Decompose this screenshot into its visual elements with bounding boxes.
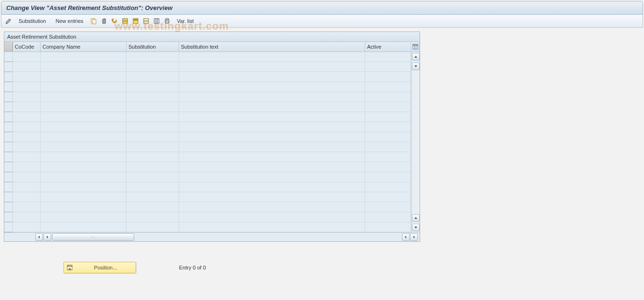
table-row[interactable]: [4, 92, 411, 102]
cell-active[interactable]: [365, 162, 411, 172]
cell-substitution-text[interactable]: [179, 182, 365, 192]
row-selector[interactable]: [4, 102, 13, 112]
table-row[interactable]: [4, 122, 411, 132]
cell-cocode[interactable]: [13, 212, 41, 222]
cell-substitution-text[interactable]: [179, 162, 365, 172]
cell-substitution-text[interactable]: [179, 172, 365, 182]
select-all-icon[interactable]: [121, 17, 129, 25]
cell-substitution[interactable]: [127, 132, 179, 142]
cell-substitution[interactable]: [127, 212, 179, 222]
cell-company-name[interactable]: [41, 52, 127, 62]
row-selector[interactable]: [4, 162, 13, 172]
cell-substitution-text[interactable]: [179, 152, 365, 162]
cell-company-name[interactable]: [41, 222, 127, 232]
cell-cocode[interactable]: [13, 52, 41, 62]
cell-cocode[interactable]: [13, 132, 41, 142]
row-selector[interactable]: [4, 72, 13, 82]
cell-substitution-text[interactable]: [179, 72, 365, 82]
hscroll-thumb[interactable]: :::: [52, 233, 134, 241]
display-change-toggle-icon[interactable]: [4, 17, 13, 25]
cell-company-name[interactable]: [41, 142, 127, 152]
copy-icon[interactable]: [89, 17, 98, 25]
cell-active[interactable]: [365, 222, 411, 232]
configure-columns-icon[interactable]: [152, 17, 161, 25]
cell-active[interactable]: [365, 92, 411, 102]
cell-substitution[interactable]: [127, 172, 179, 182]
row-selector[interactable]: [4, 142, 13, 152]
cell-cocode[interactable]: [13, 102, 41, 112]
cell-company-name[interactable]: [41, 62, 127, 72]
cell-company-name[interactable]: [41, 72, 127, 82]
cell-substitution[interactable]: [127, 162, 179, 172]
table-row[interactable]: [4, 172, 411, 182]
var-list-button[interactable]: Var. list: [173, 18, 198, 24]
table-row[interactable]: [4, 112, 411, 122]
row-selector[interactable]: [4, 82, 13, 92]
row-selector[interactable]: [4, 172, 13, 182]
cell-substitution[interactable]: [127, 102, 179, 112]
cell-active[interactable]: [365, 82, 411, 92]
cell-substitution-text[interactable]: [179, 132, 365, 142]
cell-substitution[interactable]: [127, 82, 179, 92]
cell-company-name[interactable]: [41, 152, 127, 162]
scroll-right-icon[interactable]: [410, 233, 418, 241]
cell-active[interactable]: [365, 62, 411, 72]
table-row[interactable]: [4, 62, 411, 72]
table-config-icon[interactable]: [411, 42, 420, 52]
table-row[interactable]: [4, 152, 411, 162]
row-selector[interactable]: [4, 182, 13, 192]
cell-substitution-text[interactable]: [179, 102, 365, 112]
row-selector[interactable]: [4, 152, 13, 162]
deselect-all-icon[interactable]: [142, 17, 150, 25]
cell-substitution[interactable]: [127, 92, 179, 102]
cell-substitution[interactable]: [127, 202, 179, 212]
cell-company-name[interactable]: [41, 212, 127, 222]
cell-active[interactable]: [365, 52, 411, 62]
cell-substitution[interactable]: [127, 62, 179, 72]
cell-cocode[interactable]: [13, 222, 41, 232]
cell-active[interactable]: [365, 102, 411, 112]
cell-substitution-text[interactable]: [179, 192, 365, 202]
cell-cocode[interactable]: [13, 112, 41, 122]
new-entries-button[interactable]: New entries: [52, 18, 87, 24]
row-selector[interactable]: [4, 132, 13, 142]
scroll-left-icon[interactable]: [35, 233, 43, 241]
vertical-scrollbar[interactable]: [411, 52, 420, 232]
cell-cocode[interactable]: [13, 92, 41, 102]
cell-active[interactable]: [365, 132, 411, 142]
cell-substitution-text[interactable]: [179, 62, 365, 72]
position-button[interactable]: Position...: [63, 262, 136, 273]
table-row[interactable]: [4, 72, 411, 82]
row-selector[interactable]: [4, 112, 13, 122]
table-row[interactable]: [4, 102, 411, 112]
cell-cocode[interactable]: [13, 82, 41, 92]
cell-company-name[interactable]: [41, 82, 127, 92]
cell-active[interactable]: [365, 172, 411, 182]
cell-active[interactable]: [365, 72, 411, 82]
horizontal-scrollbar[interactable]: :::: [4, 232, 420, 241]
scroll-right-inner-icon[interactable]: [43, 233, 51, 241]
select-block-icon[interactable]: [131, 17, 140, 25]
cell-substitution-text[interactable]: [179, 142, 365, 152]
cell-cocode[interactable]: [13, 172, 41, 182]
cell-substitution[interactable]: [127, 192, 179, 202]
row-selector-header[interactable]: [4, 42, 13, 52]
cell-cocode[interactable]: [13, 162, 41, 172]
table-row[interactable]: [4, 222, 411, 232]
table-row[interactable]: [4, 192, 411, 202]
cell-active[interactable]: [365, 112, 411, 122]
cell-company-name[interactable]: [41, 192, 127, 202]
col-header-cocode[interactable]: CoCode: [13, 42, 41, 52]
cell-substitution[interactable]: [127, 152, 179, 162]
cell-company-name[interactable]: [41, 112, 127, 122]
table-row[interactable]: [4, 142, 411, 152]
cell-substitution[interactable]: [127, 112, 179, 122]
cell-substitution[interactable]: [127, 142, 179, 152]
table-row[interactable]: [4, 182, 411, 192]
table-row[interactable]: [4, 52, 411, 62]
print-icon[interactable]: [163, 17, 171, 25]
cell-active[interactable]: [365, 142, 411, 152]
cell-cocode[interactable]: [13, 192, 41, 202]
row-selector[interactable]: [4, 92, 13, 102]
undo-icon[interactable]: [110, 17, 119, 25]
